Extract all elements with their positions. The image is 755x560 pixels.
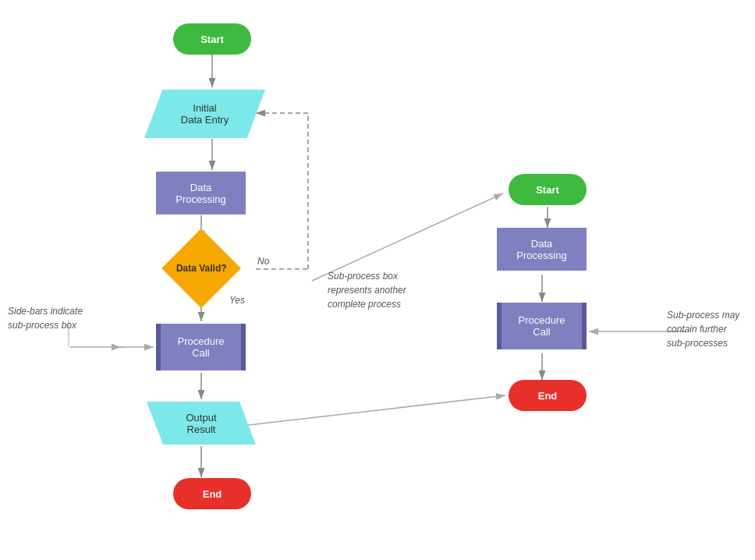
sidebar-annotation: Side-bars indicatesub-process box (8, 304, 101, 332)
data-processing-2-label: DataProcessing (516, 238, 566, 261)
yes-label: Yes (229, 295, 245, 306)
data-processing-1-label: DataProcessing (175, 182, 225, 205)
data-processing-2-shape: DataProcessing (497, 228, 587, 271)
procedure-call-1-label: ProcedureCall (178, 335, 225, 359)
initial-data-entry-label: InitialData Entry (181, 102, 229, 126)
start-2-shape: Start (509, 174, 587, 205)
end-1-shape: End (173, 478, 251, 509)
subprocess-further-annotation: Sub-process maycontain furthersub-proces… (667, 308, 753, 350)
end-1-label: End (203, 488, 222, 500)
svg-line-13 (248, 395, 505, 425)
data-processing-1-shape: DataProcessing (156, 172, 246, 214)
initial-data-entry-shape: InitialData Entry (144, 90, 265, 138)
procedure-call-2-label: ProcedureCall (519, 314, 565, 338)
procedure-call-2-shape: ProcedureCall (497, 303, 587, 349)
start-shape: Start (173, 23, 251, 55)
data-valid-label: Data Valid? (176, 263, 227, 274)
output-result-label: OutputResult (186, 412, 216, 435)
no-label: No (257, 256, 269, 267)
svg-line-12 (312, 193, 503, 281)
procedure-call-1-shape: ProcedureCall (156, 324, 246, 370)
start-2-label: Start (536, 184, 559, 196)
start-label: Start (200, 34, 224, 45)
end-2-shape: End (509, 380, 587, 411)
flowchart: Start InitialData Entry DataProcessing D… (0, 0, 755, 560)
end-2-label: End (538, 390, 558, 402)
output-result-shape: OutputResult (147, 402, 256, 445)
subprocess-box-annotation: Sub-process boxrepresents anothercomplet… (328, 269, 452, 311)
